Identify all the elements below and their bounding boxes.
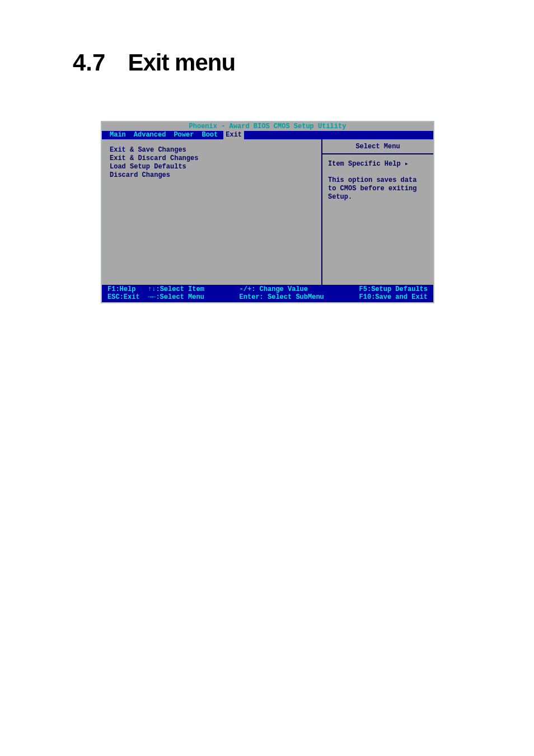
- section-heading: 4.7 Exit menu: [73, 49, 235, 76]
- heading-number: 4.7: [73, 49, 105, 76]
- item-load-defaults[interactable]: Load Setup Defaults: [110, 163, 313, 171]
- help-body: This option saves data to CMOS before ex…: [328, 176, 428, 201]
- footer-esc: ESC:Exit: [107, 293, 140, 301]
- item-exit-save[interactable]: Exit & Save Changes: [110, 146, 313, 154]
- footer-leftright: →←:Select Menu: [148, 293, 204, 301]
- footer-f10: F10:Save and Exit: [359, 293, 428, 301]
- help-panel: Select Menu Item Specific Help ▸ This op…: [321, 139, 433, 285]
- help-title: Select Menu: [328, 143, 428, 151]
- footer-change: -/+: Change Value: [240, 285, 308, 293]
- bios-title: Phoenix - Award BIOS CMOS Setup Utility: [102, 122, 433, 131]
- bios-menubar: Main Advanced Power Boot Exit: [102, 131, 433, 139]
- footer-center: -/+: Change Value Enter: Select SubMenu: [240, 285, 324, 301]
- tab-advanced[interactable]: Advanced: [132, 131, 168, 139]
- bios-body: Exit & Save Changes Exit & Discard Chang…: [102, 139, 433, 285]
- item-discard-changes[interactable]: Discard Changes: [110, 171, 313, 180]
- tab-exit[interactable]: Exit: [223, 131, 244, 139]
- footer-updown: ↑↓:Select Item: [148, 285, 204, 293]
- heading-title: Exit menu: [128, 49, 235, 76]
- footer-f1: F1:Help: [107, 285, 135, 293]
- bios-footer: F1:Help ↑↓:Select Item ESC:Exit →←:Selec…: [102, 285, 433, 302]
- footer-enter: Enter: Select SubMenu: [240, 293, 324, 301]
- bios-window: Phoenix - Award BIOS CMOS Setup Utility …: [101, 121, 434, 303]
- footer-left: F1:Help ↑↓:Select Item ESC:Exit →←:Selec…: [107, 285, 204, 301]
- tab-power[interactable]: Power: [171, 131, 196, 139]
- tab-boot[interactable]: Boot: [199, 131, 220, 139]
- footer-right: F5:Setup Defaults F10:Save and Exit: [359, 285, 428, 301]
- item-exit-discard[interactable]: Exit & Discard Changes: [110, 154, 313, 163]
- footer-f5: F5:Setup Defaults: [359, 285, 428, 293]
- tab-main[interactable]: Main: [107, 131, 128, 139]
- help-subtitle: Item Specific Help ▸: [328, 160, 428, 168]
- help-divider: [322, 153, 433, 154]
- exit-menu-list: Exit & Save Changes Exit & Discard Chang…: [102, 139, 321, 285]
